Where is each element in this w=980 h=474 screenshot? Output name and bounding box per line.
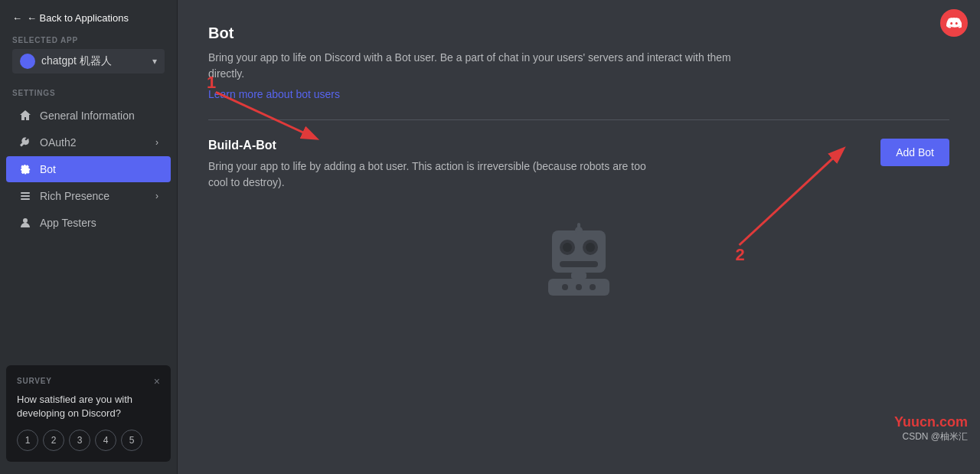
rich-presence-chevron-icon: › [155, 191, 158, 201]
svg-rect-11 [571, 273, 586, 279]
general-info-label: General Information [40, 110, 135, 122]
svg-rect-0 [21, 192, 30, 194]
build-section: Build-A-Bot Bring your app to life by ad… [208, 139, 949, 191]
survey-ratings: 1 2 3 4 5 [17, 430, 160, 451]
back-arrow-icon: ← [12, 12, 22, 24]
app-testers-label: App Testers [40, 217, 96, 229]
sidebar-item-app-testers[interactable]: App Testers [6, 210, 171, 236]
build-text: Build-A-Bot Bring your app to life by ad… [208, 139, 862, 191]
settings-section: SETTINGS General Information OAuth2 › [0, 80, 177, 240]
wrench-icon [18, 136, 32, 149]
svg-rect-9 [577, 223, 580, 232]
page-description: Bring your app to life on Discord with a… [208, 50, 744, 82]
selected-app-section: SELECTED APP chatgpt 机器人 ▾ [0, 33, 177, 80]
add-bot-button[interactable]: Add Bot [880, 139, 949, 166]
chevron-down-icon: ▾ [152, 56, 157, 67]
page-header: Bot Bring your app to life on Discord wi… [208, 25, 949, 101]
oauth2-label: OAuth2 [40, 136, 76, 149]
robot-illustration [208, 215, 949, 307]
svg-point-7 [586, 243, 595, 252]
app-avatar [20, 54, 35, 69]
svg-point-13 [562, 284, 568, 290]
selected-app-label: SELECTED APP [12, 36, 165, 44]
discord-badge [940, 9, 968, 37]
list-icon [18, 189, 32, 203]
learn-more-link[interactable]: Learn more about bot users [208, 88, 340, 100]
gear-icon [18, 162, 32, 176]
back-link-text: ← Back to Applications [27, 12, 129, 24]
svg-point-6 [563, 243, 572, 252]
page-title: Bot [208, 25, 949, 42]
survey-header: SURVEY × [17, 376, 160, 387]
robot-svg [533, 215, 625, 307]
sidebar-item-bot[interactable]: Bot [6, 156, 171, 182]
oauth2-chevron-icon: › [155, 137, 158, 148]
rating-4-button[interactable]: 4 [95, 430, 116, 451]
home-icon [18, 109, 32, 123]
bot-label: Bot [40, 163, 56, 175]
settings-label: SETTINGS [0, 89, 177, 102]
svg-point-15 [590, 284, 596, 290]
watermark-bottom: CSDN @柚米汇 [894, 430, 968, 443]
sidebar-item-general[interactable]: General Information [6, 103, 171, 129]
rating-5-button[interactable]: 5 [121, 430, 142, 451]
main-content: Bot Bring your app to life on Discord wi… [178, 0, 980, 474]
build-title: Build-A-Bot [208, 139, 862, 152]
back-to-applications-link[interactable]: ← ← Back to Applications [0, 0, 177, 33]
survey-question: How satisfied are you with developing on… [17, 393, 160, 420]
rating-3-button[interactable]: 3 [69, 430, 90, 451]
app-selector[interactable]: chatgpt 机器人 ▾ [12, 49, 165, 74]
svg-point-14 [576, 284, 582, 290]
survey-title: SURVEY [17, 377, 52, 385]
person-icon [18, 216, 32, 230]
rating-2-button[interactable]: 2 [43, 430, 64, 451]
app-name: chatgpt 机器人 [41, 54, 146, 68]
rating-1-button[interactable]: 1 [17, 430, 38, 451]
svg-rect-1 [21, 195, 30, 197]
sidebar-item-rich-presence[interactable]: Rich Presence › [6, 183, 171, 209]
watermark: Yuucn.com CSDN @柚米汇 [894, 414, 968, 443]
sidebar: ← ← Back to Applications SELECTED APP ch… [0, 0, 178, 474]
sidebar-item-oauth2[interactable]: OAuth2 › [6, 129, 171, 155]
rich-presence-label: Rich Presence [40, 190, 109, 202]
survey-popup: SURVEY × How satisfied are you with deve… [6, 365, 171, 462]
svg-rect-2 [21, 198, 30, 200]
section-divider [208, 119, 949, 120]
build-description: Bring your app to life by adding a bot u… [208, 159, 668, 191]
watermark-top: Yuucn.com [894, 414, 968, 430]
survey-close-button[interactable]: × [154, 376, 160, 387]
svg-rect-10 [560, 261, 598, 267]
